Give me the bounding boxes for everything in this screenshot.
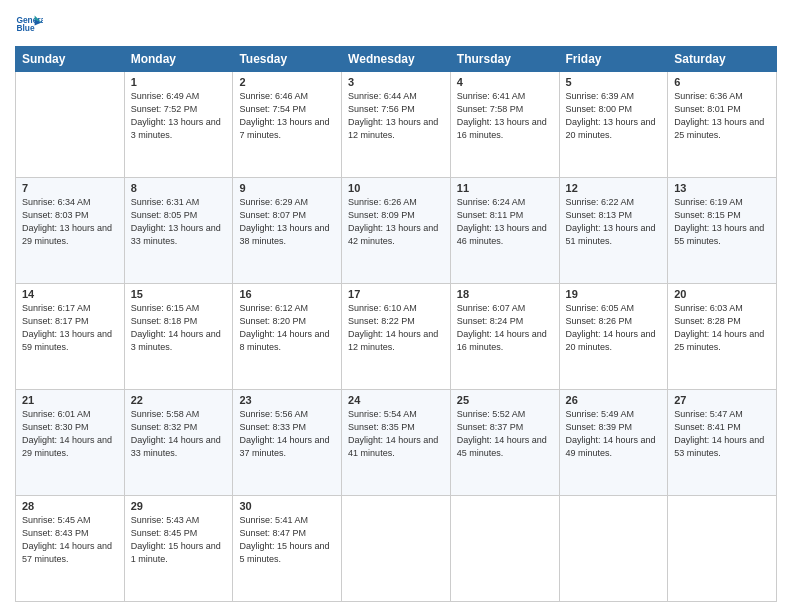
day-info: Sunrise: 6:41 AMSunset: 7:58 PMDaylight:… (457, 90, 553, 142)
calendar-cell: 1Sunrise: 6:49 AMSunset: 7:52 PMDaylight… (124, 72, 233, 178)
calendar-cell (559, 496, 668, 602)
calendar-cell: 27Sunrise: 5:47 AMSunset: 8:41 PMDayligh… (668, 390, 777, 496)
day-number: 25 (457, 394, 553, 406)
day-info: Sunrise: 5:56 AMSunset: 8:33 PMDaylight:… (239, 408, 335, 460)
day-info: Sunrise: 6:29 AMSunset: 8:07 PMDaylight:… (239, 196, 335, 248)
calendar-cell: 19Sunrise: 6:05 AMSunset: 8:26 PMDayligh… (559, 284, 668, 390)
day-info: Sunrise: 6:07 AMSunset: 8:24 PMDaylight:… (457, 302, 553, 354)
day-number: 10 (348, 182, 444, 194)
calendar-cell: 16Sunrise: 6:12 AMSunset: 8:20 PMDayligh… (233, 284, 342, 390)
calendar-cell: 7Sunrise: 6:34 AMSunset: 8:03 PMDaylight… (16, 178, 125, 284)
day-number: 17 (348, 288, 444, 300)
day-info: Sunrise: 6:03 AMSunset: 8:28 PMDaylight:… (674, 302, 770, 354)
day-info: Sunrise: 6:22 AMSunset: 8:13 PMDaylight:… (566, 196, 662, 248)
calendar-cell: 3Sunrise: 6:44 AMSunset: 7:56 PMDaylight… (342, 72, 451, 178)
weekday-header-monday: Monday (124, 47, 233, 72)
calendar-cell: 14Sunrise: 6:17 AMSunset: 8:17 PMDayligh… (16, 284, 125, 390)
day-info: Sunrise: 6:44 AMSunset: 7:56 PMDaylight:… (348, 90, 444, 142)
day-info: Sunrise: 5:49 AMSunset: 8:39 PMDaylight:… (566, 408, 662, 460)
day-info: Sunrise: 6:19 AMSunset: 8:15 PMDaylight:… (674, 196, 770, 248)
calendar-cell: 8Sunrise: 6:31 AMSunset: 8:05 PMDaylight… (124, 178, 233, 284)
day-number: 13 (674, 182, 770, 194)
day-number: 4 (457, 76, 553, 88)
day-info: Sunrise: 6:05 AMSunset: 8:26 PMDaylight:… (566, 302, 662, 354)
calendar-cell: 23Sunrise: 5:56 AMSunset: 8:33 PMDayligh… (233, 390, 342, 496)
day-number: 28 (22, 500, 118, 512)
calendar-cell: 13Sunrise: 6:19 AMSunset: 8:15 PMDayligh… (668, 178, 777, 284)
calendar-cell: 15Sunrise: 6:15 AMSunset: 8:18 PMDayligh… (124, 284, 233, 390)
day-info: Sunrise: 6:12 AMSunset: 8:20 PMDaylight:… (239, 302, 335, 354)
day-number: 3 (348, 76, 444, 88)
day-info: Sunrise: 6:39 AMSunset: 8:00 PMDaylight:… (566, 90, 662, 142)
day-info: Sunrise: 5:58 AMSunset: 8:32 PMDaylight:… (131, 408, 227, 460)
day-number: 15 (131, 288, 227, 300)
day-info: Sunrise: 6:46 AMSunset: 7:54 PMDaylight:… (239, 90, 335, 142)
day-number: 27 (674, 394, 770, 406)
calendar-cell: 30Sunrise: 5:41 AMSunset: 8:47 PMDayligh… (233, 496, 342, 602)
weekday-header-thursday: Thursday (450, 47, 559, 72)
day-number: 9 (239, 182, 335, 194)
calendar-cell: 28Sunrise: 5:45 AMSunset: 8:43 PMDayligh… (16, 496, 125, 602)
day-number: 21 (22, 394, 118, 406)
calendar-week-2: 7Sunrise: 6:34 AMSunset: 8:03 PMDaylight… (16, 178, 777, 284)
calendar-cell: 5Sunrise: 6:39 AMSunset: 8:00 PMDaylight… (559, 72, 668, 178)
calendar-cell: 26Sunrise: 5:49 AMSunset: 8:39 PMDayligh… (559, 390, 668, 496)
weekday-header-tuesday: Tuesday (233, 47, 342, 72)
calendar-cell (342, 496, 451, 602)
calendar-week-3: 14Sunrise: 6:17 AMSunset: 8:17 PMDayligh… (16, 284, 777, 390)
logo-icon: General Blue (15, 10, 43, 38)
day-info: Sunrise: 5:41 AMSunset: 8:47 PMDaylight:… (239, 514, 335, 566)
day-info: Sunrise: 6:01 AMSunset: 8:30 PMDaylight:… (22, 408, 118, 460)
weekday-header-wednesday: Wednesday (342, 47, 451, 72)
calendar-week-4: 21Sunrise: 6:01 AMSunset: 8:30 PMDayligh… (16, 390, 777, 496)
calendar-cell: 17Sunrise: 6:10 AMSunset: 8:22 PMDayligh… (342, 284, 451, 390)
calendar-table: SundayMondayTuesdayWednesdayThursdayFrid… (15, 46, 777, 602)
calendar-cell: 9Sunrise: 6:29 AMSunset: 8:07 PMDaylight… (233, 178, 342, 284)
calendar-cell: 25Sunrise: 5:52 AMSunset: 8:37 PMDayligh… (450, 390, 559, 496)
weekday-header-row: SundayMondayTuesdayWednesdayThursdayFrid… (16, 47, 777, 72)
calendar-cell: 4Sunrise: 6:41 AMSunset: 7:58 PMDaylight… (450, 72, 559, 178)
day-info: Sunrise: 6:26 AMSunset: 8:09 PMDaylight:… (348, 196, 444, 248)
calendar-cell: 22Sunrise: 5:58 AMSunset: 8:32 PMDayligh… (124, 390, 233, 496)
day-info: Sunrise: 5:47 AMSunset: 8:41 PMDaylight:… (674, 408, 770, 460)
day-number: 26 (566, 394, 662, 406)
day-number: 30 (239, 500, 335, 512)
day-number: 22 (131, 394, 227, 406)
day-number: 5 (566, 76, 662, 88)
calendar-cell: 10Sunrise: 6:26 AMSunset: 8:09 PMDayligh… (342, 178, 451, 284)
day-number: 18 (457, 288, 553, 300)
day-info: Sunrise: 6:36 AMSunset: 8:01 PMDaylight:… (674, 90, 770, 142)
calendar-cell: 11Sunrise: 6:24 AMSunset: 8:11 PMDayligh… (450, 178, 559, 284)
calendar-week-5: 28Sunrise: 5:45 AMSunset: 8:43 PMDayligh… (16, 496, 777, 602)
day-number: 24 (348, 394, 444, 406)
day-info: Sunrise: 5:45 AMSunset: 8:43 PMDaylight:… (22, 514, 118, 566)
calendar-cell: 2Sunrise: 6:46 AMSunset: 7:54 PMDaylight… (233, 72, 342, 178)
calendar-page: General Blue SundayMondayTuesdayWednesda… (0, 0, 792, 612)
weekday-header-sunday: Sunday (16, 47, 125, 72)
day-number: 11 (457, 182, 553, 194)
weekday-header-friday: Friday (559, 47, 668, 72)
day-info: Sunrise: 5:54 AMSunset: 8:35 PMDaylight:… (348, 408, 444, 460)
logo: General Blue (15, 10, 43, 38)
day-number: 19 (566, 288, 662, 300)
calendar-cell (450, 496, 559, 602)
calendar-week-1: 1Sunrise: 6:49 AMSunset: 7:52 PMDaylight… (16, 72, 777, 178)
day-info: Sunrise: 6:31 AMSunset: 8:05 PMDaylight:… (131, 196, 227, 248)
day-number: 29 (131, 500, 227, 512)
day-info: Sunrise: 6:24 AMSunset: 8:11 PMDaylight:… (457, 196, 553, 248)
day-info: Sunrise: 6:34 AMSunset: 8:03 PMDaylight:… (22, 196, 118, 248)
day-number: 2 (239, 76, 335, 88)
day-number: 14 (22, 288, 118, 300)
day-number: 6 (674, 76, 770, 88)
day-number: 16 (239, 288, 335, 300)
day-number: 23 (239, 394, 335, 406)
calendar-cell: 12Sunrise: 6:22 AMSunset: 8:13 PMDayligh… (559, 178, 668, 284)
day-info: Sunrise: 5:52 AMSunset: 8:37 PMDaylight:… (457, 408, 553, 460)
day-number: 8 (131, 182, 227, 194)
svg-text:Blue: Blue (16, 23, 34, 33)
calendar-cell: 6Sunrise: 6:36 AMSunset: 8:01 PMDaylight… (668, 72, 777, 178)
day-info: Sunrise: 6:15 AMSunset: 8:18 PMDaylight:… (131, 302, 227, 354)
day-number: 20 (674, 288, 770, 300)
calendar-cell: 20Sunrise: 6:03 AMSunset: 8:28 PMDayligh… (668, 284, 777, 390)
calendar-cell: 18Sunrise: 6:07 AMSunset: 8:24 PMDayligh… (450, 284, 559, 390)
